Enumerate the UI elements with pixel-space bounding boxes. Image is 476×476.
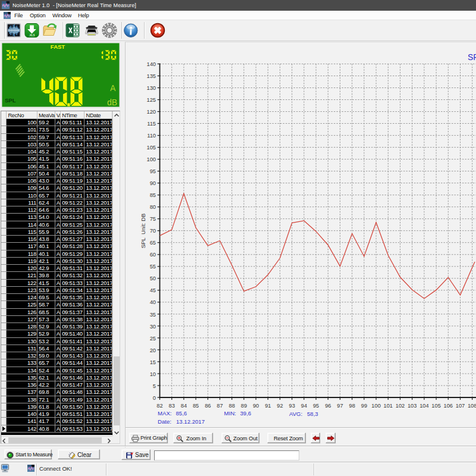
svg-text:101: 101 [384, 403, 393, 409]
svg-text:108: 108 [468, 403, 476, 409]
svg-text:dB: dB [107, 98, 117, 107]
svg-text:SPL: SPL [5, 97, 16, 104]
svg-text:94: 94 [301, 403, 307, 409]
svg-text:85,6: 85,6 [176, 410, 187, 416]
svg-text:FAST: FAST [51, 43, 65, 50]
svg-text:A: A [110, 83, 116, 93]
svg-text:120: 120 [146, 109, 156, 115]
svg-text:95: 95 [313, 403, 319, 409]
svg-text:Date:: Date: [158, 418, 171, 425]
svg-text:75: 75 [150, 216, 156, 222]
svg-text:65: 65 [150, 240, 156, 246]
svg-text:107: 107 [456, 403, 465, 409]
svg-text:0: 0 [153, 395, 156, 401]
svg-text:105: 105 [146, 145, 156, 151]
svg-text:103: 103 [408, 403, 417, 409]
svg-text:82: 82 [156, 403, 162, 409]
svg-text:92: 92 [277, 403, 283, 409]
svg-text:83: 83 [169, 403, 175, 409]
svg-text:58,3: 58,3 [307, 411, 318, 417]
svg-text:SPL: SPL [468, 52, 476, 62]
svg-text:135: 135 [146, 73, 156, 79]
svg-text:90: 90 [253, 403, 259, 409]
svg-text:100: 100 [146, 156, 156, 162]
svg-text:45: 45 [150, 287, 156, 293]
svg-text:60: 60 [150, 252, 156, 258]
svg-text:110: 110 [147, 133, 156, 139]
svg-text:39,6: 39,6 [240, 410, 252, 416]
svg-text:55: 55 [150, 264, 156, 270]
svg-text:25: 25 [150, 336, 156, 342]
svg-text:80: 80 [150, 204, 156, 210]
svg-text:MAX:: MAX: [158, 410, 171, 416]
svg-text:50: 50 [150, 275, 156, 281]
svg-text:140: 140 [146, 61, 156, 67]
svg-text:115: 115 [147, 121, 156, 127]
svg-text:125: 125 [146, 97, 156, 103]
svg-text:130: 130 [146, 85, 156, 91]
svg-text:40: 40 [150, 299, 156, 305]
svg-text:106: 106 [444, 403, 453, 409]
svg-text:100: 100 [371, 403, 381, 409]
svg-text:35: 35 [150, 312, 156, 318]
svg-text:.XLS: .XLS [29, 34, 35, 37]
svg-text:20: 20 [150, 347, 156, 353]
svg-text:96: 96 [325, 403, 331, 409]
svg-text:88: 88 [229, 403, 235, 409]
svg-text:15: 15 [150, 359, 156, 365]
svg-text:85: 85 [193, 403, 199, 409]
svg-text:13.12.2017: 13.12.2017 [176, 418, 205, 425]
svg-text:MIN:: MIN: [224, 410, 236, 416]
svg-text:90: 90 [150, 180, 156, 186]
svg-text:102: 102 [396, 403, 405, 409]
svg-text:89: 89 [241, 403, 247, 409]
svg-text:30: 30 [150, 324, 156, 330]
svg-text:93: 93 [289, 403, 295, 409]
svg-text:AVG:: AVG: [289, 411, 302, 417]
svg-text:10: 10 [150, 371, 156, 377]
svg-text:104: 104 [419, 403, 429, 409]
svg-text:SPL Unit: DB: SPL Unit: DB [140, 214, 146, 249]
svg-text:84: 84 [181, 403, 187, 409]
svg-text:105: 105 [431, 403, 441, 409]
svg-text:70: 70 [150, 228, 156, 234]
svg-text:95: 95 [150, 168, 156, 174]
svg-text:97: 97 [337, 403, 343, 409]
svg-text:99: 99 [361, 403, 367, 409]
svg-text:5: 5 [153, 383, 156, 389]
svg-text:86: 86 [205, 403, 211, 409]
svg-text:87: 87 [217, 403, 223, 409]
svg-text:98: 98 [349, 403, 355, 409]
svg-text:85: 85 [150, 192, 156, 198]
svg-text:91: 91 [265, 403, 271, 409]
